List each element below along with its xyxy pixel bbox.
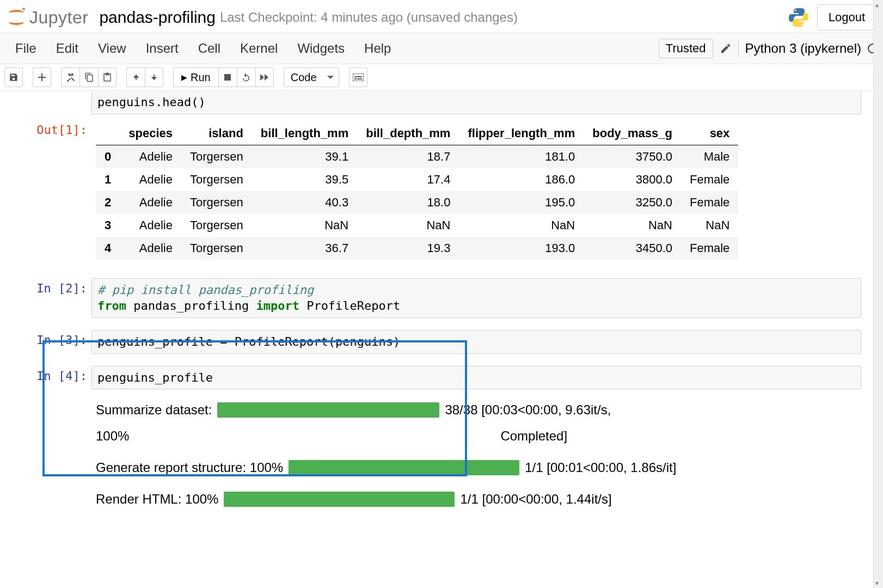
separator xyxy=(738,40,739,57)
svg-rect-4 xyxy=(354,78,357,79)
table-index: 3 xyxy=(96,214,120,237)
notebook-name[interactable]: pandas-profiling xyxy=(99,8,215,27)
input-prompt-partial xyxy=(0,91,91,114)
table-cell: 39.1 xyxy=(252,145,357,168)
table-row: 1AdelieTorgersen39.517.4186.03800.0Femal… xyxy=(96,168,738,191)
code-input-2[interactable]: # pip install pandas_profiling from pand… xyxy=(91,278,861,318)
table-cell: Adelie xyxy=(120,191,181,214)
cut-button[interactable] xyxy=(61,68,79,87)
progress-label: Generate report structure: 100% xyxy=(96,460,283,475)
progress-stats: 1/1 [00:00<00:00, 1.44it/s] xyxy=(460,492,611,507)
table-cell: 195.0 xyxy=(459,191,584,214)
copy-button[interactable] xyxy=(79,68,98,87)
cell-type-select-wrap[interactable]: Code xyxy=(284,68,339,87)
checkpoint-status: Last Checkpoint: 4 minutes ago (unsaved … xyxy=(220,10,518,25)
code-input-partial[interactable]: penguins.head() xyxy=(91,91,861,114)
input-prompt-4: In [4]: xyxy=(0,366,91,390)
menu-file[interactable]: File xyxy=(5,38,46,59)
table-cell: 17.4 xyxy=(357,168,459,191)
code-input-3[interactable]: penguins_profile = ProfileReport(penguin… xyxy=(91,330,861,354)
menubar: File Edit View Insert Cell Kernel Widget… xyxy=(0,33,883,64)
table-cell: Female xyxy=(681,237,738,260)
restart-run-all-button[interactable] xyxy=(255,68,274,87)
move-down-button[interactable] xyxy=(145,68,163,87)
scrollbar[interactable] xyxy=(873,0,883,525)
table-cell: 18.7 xyxy=(357,145,459,168)
menu-insert[interactable]: Insert xyxy=(136,38,188,59)
kernel-name[interactable]: Python 3 (ipykernel) xyxy=(745,41,861,56)
run-label: Run xyxy=(191,71,211,84)
add-cell-button[interactable] xyxy=(33,68,51,87)
menu-widgets[interactable]: Widgets xyxy=(287,38,354,59)
edit-indicator-icon[interactable] xyxy=(720,42,732,54)
menu-view[interactable]: View xyxy=(88,38,136,59)
table-cell: Torgersen xyxy=(181,168,252,191)
cell-type-select[interactable]: Code xyxy=(284,68,339,87)
output-cell-1: Out[1]: speciesislandbill_length_mmbill_… xyxy=(0,120,883,262)
table-cell: NaN xyxy=(252,214,357,237)
table-cell: Adelie xyxy=(120,145,181,168)
code-cell-2[interactable]: In [2]: # pip install pandas_profiling f… xyxy=(0,278,883,318)
code-cell-3[interactable]: In [3]: penguins_profile = ProfileReport… xyxy=(0,330,883,354)
restart-button[interactable] xyxy=(237,68,255,87)
table-cell: 181.0 xyxy=(459,145,584,168)
jupyter-logo-text: Jupyter xyxy=(29,8,88,28)
notebook-area: penguins.head() Out[1]: speciesislandbil… xyxy=(0,91,883,525)
command-palette-button[interactable] xyxy=(349,68,367,87)
code-cell-4[interactable]: In [4]: penguins_profile xyxy=(0,366,883,390)
table-cell: 3250.0 xyxy=(584,191,681,214)
table-header: body_mass_g xyxy=(584,122,681,145)
table-header: sex xyxy=(681,122,738,145)
table-cell: Female xyxy=(681,168,738,191)
menu-kernel[interactable]: Kernel xyxy=(230,38,287,59)
progress-row-generate: Generate report structure: 100% 1/1 [00:… xyxy=(96,460,861,475)
toolbar: ▶Run Code xyxy=(0,64,883,91)
table-cell: Female xyxy=(681,191,738,214)
menu-help[interactable]: Help xyxy=(354,38,401,59)
table-cell: Adelie xyxy=(120,237,181,260)
table-cell: NaN xyxy=(681,214,738,237)
table-cell: 39.5 xyxy=(252,168,357,191)
svg-rect-6 xyxy=(354,76,362,77)
code-cell-partial[interactable]: penguins.head() xyxy=(0,91,883,114)
table-header: island xyxy=(181,122,252,145)
table-row: 4AdelieTorgersen36.719.3193.03450.0Femal… xyxy=(96,237,738,260)
interrupt-button[interactable] xyxy=(218,68,237,87)
table-header: species xyxy=(120,122,181,145)
run-button[interactable]: ▶Run xyxy=(173,68,218,87)
table-cell: 186.0 xyxy=(459,168,584,191)
logout-button[interactable]: Logout xyxy=(817,4,876,30)
trusted-indicator[interactable]: Trusted xyxy=(659,39,713,58)
progress-stats: 38/38 [00:03<00:00, 9.63it/s, xyxy=(445,402,611,418)
input-prompt-3: In [3]: xyxy=(0,330,91,354)
svg-rect-2 xyxy=(224,74,231,81)
svg-point-0 xyxy=(794,10,796,11)
table-cell: Torgersen xyxy=(181,145,252,168)
jupyter-logo[interactable]: Jupyter xyxy=(7,8,88,28)
table-index: 0 xyxy=(96,145,120,168)
progress-bar-icon xyxy=(224,492,455,507)
table-cell: Male xyxy=(681,145,738,168)
table-cell: Torgersen xyxy=(181,237,252,260)
table-cell: NaN xyxy=(459,214,584,237)
header: Jupyter pandas-profiling Last Checkpoint… xyxy=(0,0,883,33)
move-up-button[interactable] xyxy=(126,68,145,87)
table-index: 1 xyxy=(96,168,120,191)
svg-point-1 xyxy=(801,24,802,26)
table-cell: 18.0 xyxy=(357,191,459,214)
jupyter-logo-icon xyxy=(7,8,26,27)
menu-cell[interactable]: Cell xyxy=(188,38,230,59)
table-header: bill_depth_mm xyxy=(357,122,459,145)
output-area-4: Summarize dataset: 38/38 [00:03<00:00, 9… xyxy=(91,389,861,509)
empty-prompt xyxy=(0,389,91,509)
code-input-4[interactable]: penguins_profile xyxy=(91,366,861,390)
table-cell: Adelie xyxy=(120,214,181,237)
python-icon xyxy=(788,7,810,28)
table-cell: 193.0 xyxy=(459,237,584,260)
table-index: 4 xyxy=(96,237,120,260)
table-cell: 36.7 xyxy=(252,237,357,260)
paste-button[interactable] xyxy=(98,68,116,87)
menu-edit[interactable]: Edit xyxy=(46,38,88,59)
save-button[interactable] xyxy=(4,68,23,87)
table-cell: 19.3 xyxy=(357,237,459,260)
